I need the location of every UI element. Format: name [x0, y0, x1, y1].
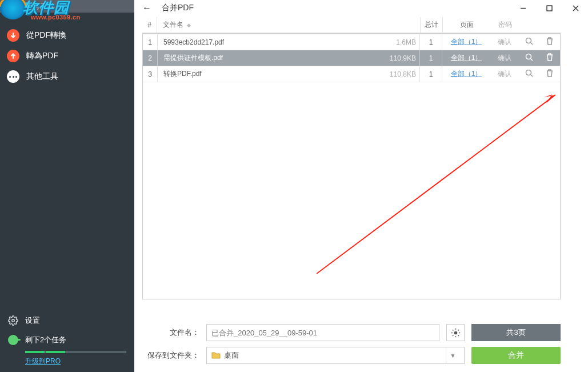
tasks-progress — [25, 351, 126, 353]
row-delete-button[interactable] — [539, 69, 560, 79]
folder-value: 桌面 — [224, 350, 239, 361]
sidebar-item-to-pdf[interactable]: 轉為PDF — [0, 46, 134, 66]
sidebar-item-from-pdf[interactable]: 從PDF轉換 — [0, 25, 134, 46]
row-size: 110.8KB — [374, 70, 419, 78]
settings-button[interactable]: 设置 — [0, 311, 134, 330]
svg-rect-1 — [547, 6, 552, 11]
folder-label: 保存到文件夹： — [142, 350, 199, 361]
row-preview-button[interactable] — [519, 53, 539, 63]
gear-icon — [8, 315, 18, 326]
table-header: # 文件名◆ 总计 页面 密码 — [142, 17, 561, 33]
svg-line-5 — [317, 95, 555, 274]
row-page-link[interactable]: 全部（1） — [442, 69, 490, 79]
sidebar-item-other-tools[interactable]: 其他工具 — [0, 66, 134, 87]
folder-select[interactable]: 桌面 ▼ — [206, 347, 465, 364]
table-row[interactable]: 3转换PDF.pdf110.8KB1全部（1）确认 — [143, 66, 560, 82]
row-filename: 5993ecb2dd217.pdf — [158, 38, 374, 46]
filename-label: 文件名： — [142, 327, 199, 338]
col-total: 总计 — [420, 17, 443, 33]
tasks-remaining[interactable]: 剩下2个任务 — [0, 330, 134, 350]
col-name[interactable]: 文件名◆ — [157, 20, 374, 30]
row-total: 1 — [419, 66, 442, 82]
upgrade-link[interactable]: 升级到PRO — [0, 353, 134, 372]
sidebar-footer: 设置 剩下2个任务 升级到PRO — [0, 311, 134, 372]
sidebar-item-label: 轉為PDF — [26, 51, 58, 61]
settings-label: 设置 — [25, 315, 40, 326]
main-panel: ← 合并PDF # 文件名◆ 总计 页面 密码 15993ecb2dd217.p… — [134, 0, 588, 372]
row-num: 2 — [143, 50, 158, 66]
row-preview-button[interactable] — [519, 69, 539, 79]
svg-marker-6 — [544, 94, 555, 103]
merge-button[interactable]: 合并 — [471, 347, 561, 364]
row-delete-button[interactable] — [539, 37, 560, 47]
arrow-down-icon — [7, 29, 19, 42]
svg-point-0 — [12, 319, 15, 322]
svg-point-3 — [526, 54, 531, 59]
row-password[interactable]: 确认 — [490, 69, 519, 79]
watermark-url: www.pc0359.cn — [31, 14, 81, 21]
maximize-button[interactable] — [541, 2, 557, 14]
filename-settings-button[interactable] — [446, 324, 465, 341]
sidebar-item-label: 其他工具 — [26, 71, 58, 82]
title-bar: ← 合并PDF — [134, 0, 588, 16]
col-password: 密码 — [491, 20, 519, 30]
col-num: # — [142, 17, 157, 33]
col-page: 页面 — [443, 20, 491, 30]
row-size: 1.6MB — [374, 38, 419, 46]
footer: 文件名： 共3页 保存到文件夹： 桌面 ▼ 合并 — [134, 317, 588, 372]
row-password[interactable]: 确认 — [490, 53, 519, 63]
back-button[interactable]: ← — [142, 3, 151, 13]
gear-icon — [451, 328, 461, 338]
row-total: 1 — [419, 50, 442, 66]
row-filename: 需提供证件模板.pdf — [158, 53, 374, 63]
tasks-icon — [8, 335, 18, 345]
svg-point-2 — [526, 38, 531, 43]
row-delete-button[interactable] — [539, 53, 560, 63]
row-preview-button[interactable] — [519, 37, 539, 47]
sidebar: 所有工具 软件园 www.pc0359.cn 從PDF轉換 轉為PDF 其他工具 — [0, 0, 134, 372]
table-empty-area[interactable] — [143, 82, 560, 299]
content-area: # 文件名◆ 总计 页面 密码 15993ecb2dd217.pdf1.6MB1… — [134, 16, 588, 317]
total-pages-button[interactable]: 共3页 — [471, 324, 561, 341]
file-table: 15993ecb2dd217.pdf1.6MB1全部（1）确认2需提供证件模板.… — [142, 33, 561, 299]
row-page-link[interactable]: 全部（1） — [442, 53, 490, 63]
arrow-up-icon — [7, 50, 19, 62]
annotation-arrow — [143, 82, 560, 299]
close-button[interactable] — [567, 2, 583, 14]
sort-icon: ◆ — [187, 22, 191, 28]
filename-input[interactable] — [206, 324, 439, 341]
sidebar-item-label: 從PDF轉換 — [26, 30, 66, 41]
sidebar-nav: 從PDF轉換 轉為PDF 其他工具 — [0, 13, 134, 311]
svg-point-4 — [526, 70, 531, 75]
page-title: 合并PDF — [162, 3, 194, 13]
row-password[interactable]: 确认 — [490, 37, 519, 47]
row-num: 3 — [143, 66, 158, 82]
tasks-label: 剩下2个任务 — [25, 335, 66, 345]
svg-point-7 — [454, 331, 457, 334]
table-row[interactable]: 2需提供证件模板.pdf110.9KB1全部（1）确认 — [143, 50, 560, 66]
sidebar-tab-indicator — [132, 0, 134, 13]
row-filename: 转换PDF.pdf — [158, 69, 374, 79]
folder-icon — [211, 351, 221, 359]
row-size: 110.9KB — [374, 54, 419, 62]
chevron-down-icon: ▼ — [446, 347, 459, 363]
minimize-button[interactable] — [515, 2, 531, 14]
row-page-link[interactable]: 全部（1） — [442, 37, 490, 47]
table-row[interactable]: 15993ecb2dd217.pdf1.6MB1全部（1）确认 — [143, 34, 560, 50]
row-num: 1 — [143, 34, 158, 50]
more-icon — [7, 70, 19, 83]
row-total: 1 — [419, 34, 442, 50]
